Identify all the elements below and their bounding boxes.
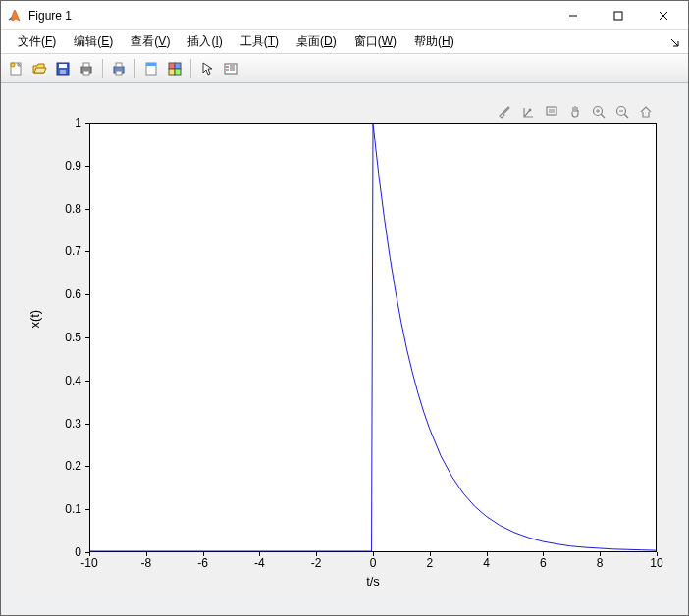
menu-bar: 文件(F) 编辑(E) 查看(V) 插入(I) 工具(T) 桌面(D) 窗口(W…	[1, 30, 688, 54]
menu-view[interactable]: 查看(V)	[122, 31, 179, 52]
svg-rect-15	[116, 71, 122, 75]
new-figure-button[interactable]	[5, 58, 26, 79]
window-minimize-button[interactable]	[551, 1, 596, 30]
print-preview-button[interactable]	[108, 58, 130, 79]
x-axis-label: t/s	[366, 574, 380, 589]
svg-rect-19	[175, 63, 181, 69]
print-button[interactable]	[76, 58, 97, 79]
menu-help[interactable]: 帮助(H)	[405, 31, 463, 52]
svg-rect-17	[146, 63, 156, 66]
save-button[interactable]	[52, 58, 74, 79]
y-tick-mark	[85, 509, 89, 510]
x-tick-label: 2	[426, 556, 433, 570]
x-tick-label: 0	[370, 556, 377, 570]
window-close-button[interactable]	[641, 1, 686, 30]
matlab-icon	[7, 8, 23, 24]
y-tick-label: 0.1	[13, 502, 81, 516]
figure-canvas: t/s x(t) -10-8-6-4-2024681000.10.20.30.4…	[1, 83, 688, 615]
y-tick-mark	[85, 251, 89, 252]
toolbar-separator	[190, 59, 191, 78]
y-tick-mark	[85, 166, 89, 167]
y-tick-label: 0.7	[13, 244, 81, 258]
y-tick-label: 0.6	[13, 287, 81, 301]
svg-rect-1	[614, 12, 622, 20]
svg-point-6	[11, 63, 15, 67]
x-tick-label: -8	[140, 556, 151, 570]
y-tick-mark	[85, 466, 89, 467]
window-maximize-button[interactable]	[596, 1, 641, 30]
x-tick-label: -6	[197, 556, 208, 570]
axes[interactable]	[89, 123, 657, 552]
y-tick-mark	[85, 209, 89, 210]
svg-line-37	[624, 114, 628, 118]
menu-edit[interactable]: 编辑(E)	[65, 31, 122, 52]
y-tick-label: 0.5	[13, 331, 81, 344]
zoom-in-icon[interactable]	[589, 102, 609, 122]
x-tick-label: 10	[650, 556, 662, 570]
window-title: Figure 1	[28, 9, 72, 23]
x-tick-label: 6	[540, 556, 547, 570]
legend-button[interactable]	[220, 58, 241, 79]
datatips-icon[interactable]	[542, 102, 561, 122]
x-tick-label: 4	[483, 556, 490, 570]
x-tick-label: -4	[254, 556, 265, 570]
svg-point-28	[529, 109, 532, 112]
y-tick-label: 0.8	[13, 202, 81, 216]
svg-rect-11	[83, 63, 89, 67]
zoom-out-icon[interactable]	[612, 102, 632, 122]
svg-line-33	[601, 114, 605, 118]
figure-toolbar	[1, 54, 688, 83]
toolbar-separator	[134, 59, 135, 78]
open-button[interactable]	[28, 58, 50, 79]
rotate-icon[interactable]	[518, 102, 538, 122]
x-tick-label: -2	[311, 556, 322, 570]
pan-icon[interactable]	[565, 102, 585, 122]
window-titlebar: Figure 1	[1, 1, 688, 30]
y-axis-label: x(t)	[27, 310, 42, 329]
svg-rect-21	[175, 69, 181, 75]
home-icon[interactable]	[636, 102, 656, 122]
menu-file[interactable]: 文件(F)	[9, 31, 65, 52]
menu-window[interactable]: 窗口(W)	[345, 31, 405, 52]
y-tick-mark	[85, 294, 89, 295]
menu-insert[interactable]: 插入(I)	[179, 31, 231, 52]
x-tick-label: 8	[597, 556, 604, 570]
menu-tools[interactable]: 工具(T)	[232, 31, 288, 52]
y-tick-mark	[85, 123, 89, 124]
y-tick-label: 1	[13, 116, 81, 129]
svg-rect-14	[116, 63, 122, 67]
axes-toolbar	[495, 102, 656, 122]
y-tick-label: 0.4	[13, 374, 81, 387]
toolbar-separator	[102, 59, 103, 78]
y-tick-label: 0.3	[13, 417, 81, 431]
y-tick-mark	[85, 552, 89, 553]
svg-rect-12	[83, 71, 89, 75]
y-tick-mark	[85, 381, 89, 382]
edit-plot-button[interactable]	[196, 58, 218, 79]
menu-desktop[interactable]: 桌面(D)	[288, 31, 345, 52]
colorbar-button[interactable]	[164, 58, 186, 79]
svg-rect-9	[60, 70, 66, 74]
line-series	[90, 124, 656, 551]
y-tick-label: 0	[13, 545, 81, 559]
y-tick-mark	[85, 424, 89, 425]
svg-rect-8	[59, 64, 67, 68]
dock-arrow-icon[interactable]	[670, 36, 682, 48]
link-plot-button[interactable]	[140, 58, 162, 79]
axes-panel: t/s x(t) -10-8-6-4-2024681000.10.20.30.4…	[13, 95, 676, 603]
svg-rect-29	[547, 107, 556, 115]
y-tick-mark	[85, 337, 89, 338]
x-tick-label: -10	[80, 556, 97, 570]
svg-rect-18	[169, 63, 175, 69]
brush-icon[interactable]	[495, 102, 514, 122]
svg-rect-20	[169, 69, 175, 75]
y-tick-label: 0.2	[13, 459, 81, 473]
y-tick-label: 0.9	[13, 159, 81, 173]
